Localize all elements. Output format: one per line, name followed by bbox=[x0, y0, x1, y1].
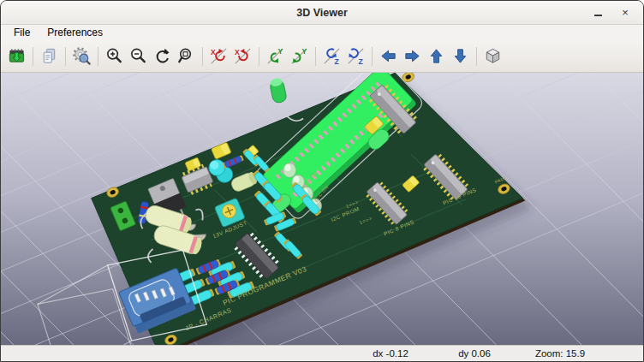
ortho-view-icon bbox=[483, 46, 503, 66]
zoom-in-button[interactable] bbox=[103, 45, 126, 68]
rotate-x-neg-button[interactable]: X bbox=[207, 45, 230, 68]
window-title: 3D Viewer bbox=[1, 7, 643, 19]
minimize-icon bbox=[594, 15, 602, 16]
svg-text:Y: Y bbox=[277, 47, 283, 56]
toolbar-separator bbox=[98, 47, 98, 66]
copy-image-icon bbox=[39, 46, 59, 66]
reload-board-button[interactable] bbox=[5, 45, 28, 68]
move-down-icon bbox=[450, 46, 470, 66]
svg-text:X: X bbox=[211, 48, 216, 56]
zoom-fit-icon bbox=[176, 46, 196, 66]
copy-image-button[interactable] bbox=[38, 45, 61, 68]
rotate-x-pos-button[interactable]: X bbox=[231, 45, 254, 68]
rotate-y-neg-button[interactable]: Y bbox=[264, 45, 287, 68]
toolbar-separator bbox=[476, 47, 477, 66]
toolbar-separator bbox=[259, 47, 259, 66]
rotate-y-pos-icon: Y bbox=[289, 46, 309, 66]
statusbar: dx -0.12 dy 0.06 Zoom: 15.9 bbox=[1, 345, 643, 361]
move-up-icon bbox=[426, 46, 446, 66]
zoom-out-icon bbox=[128, 46, 148, 66]
zoom-in-icon bbox=[104, 46, 124, 66]
minimize-button[interactable] bbox=[592, 7, 604, 19]
rotate-y-neg-icon: Y bbox=[265, 46, 285, 66]
svg-text:Z: Z bbox=[334, 57, 339, 66]
zoom-fit-button[interactable] bbox=[175, 45, 198, 68]
rotate-z-neg-icon: Z bbox=[322, 46, 342, 66]
move-down-button[interactable] bbox=[449, 45, 472, 68]
menu-preferences[interactable]: Preferences bbox=[39, 26, 110, 39]
3d-scene: PIC PROGRAMMER V03 JP - CHARRAS 13V ADJU… bbox=[1, 73, 643, 345]
toolbar-separator bbox=[315, 47, 316, 66]
toolbar-separator bbox=[33, 47, 33, 66]
move-right-icon bbox=[402, 46, 422, 66]
led bbox=[283, 163, 296, 178]
close-button[interactable]: × bbox=[619, 7, 631, 19]
move-right-button[interactable] bbox=[401, 45, 424, 68]
rotate-x-neg-icon: X bbox=[209, 46, 229, 66]
window-controls: × bbox=[592, 7, 643, 19]
toolbar-separator bbox=[372, 47, 373, 66]
rotate-z-pos-button[interactable]: Z bbox=[344, 45, 367, 68]
move-left-icon bbox=[379, 46, 398, 66]
toolbar: X X Y bbox=[1, 40, 643, 73]
toolbar-separator bbox=[65, 47, 66, 66]
svg-text:X: X bbox=[235, 48, 240, 56]
ortho-view-button[interactable] bbox=[481, 45, 504, 68]
render-options-icon bbox=[72, 46, 92, 66]
reload-board-icon bbox=[7, 46, 27, 66]
menubar: File Preferences bbox=[1, 25, 643, 40]
svg-text:Y: Y bbox=[301, 47, 307, 56]
render-options-button[interactable] bbox=[70, 45, 93, 68]
menu-file[interactable]: File bbox=[6, 26, 38, 39]
rotate-z-pos-icon: Z bbox=[346, 46, 366, 66]
svg-text:Z: Z bbox=[358, 57, 363, 66]
toolbar-separator bbox=[202, 47, 203, 66]
status-dy: dy 0.06 bbox=[433, 348, 516, 359]
move-up-button[interactable] bbox=[425, 45, 448, 68]
rotate-y-pos-button[interactable]: Y bbox=[288, 45, 311, 68]
3d-viewer-window: 3D Viewer × File Preferences bbox=[0, 0, 644, 362]
titlebar[interactable]: 3D Viewer × bbox=[1, 1, 643, 25]
rotate-x-pos-icon: X bbox=[233, 46, 253, 66]
3d-viewport[interactable]: PIC PROGRAMMER V03 JP - CHARRAS 13V ADJU… bbox=[1, 73, 643, 345]
status-zoom: Zoom: 15.9 bbox=[516, 348, 605, 359]
redraw-button[interactable] bbox=[151, 45, 174, 68]
move-left-button[interactable] bbox=[377, 45, 400, 68]
redraw-icon bbox=[152, 46, 172, 66]
status-dx: dx -0.12 bbox=[348, 348, 433, 359]
zoom-out-button[interactable] bbox=[127, 45, 150, 68]
rotate-z-neg-button[interactable]: Z bbox=[320, 45, 343, 68]
